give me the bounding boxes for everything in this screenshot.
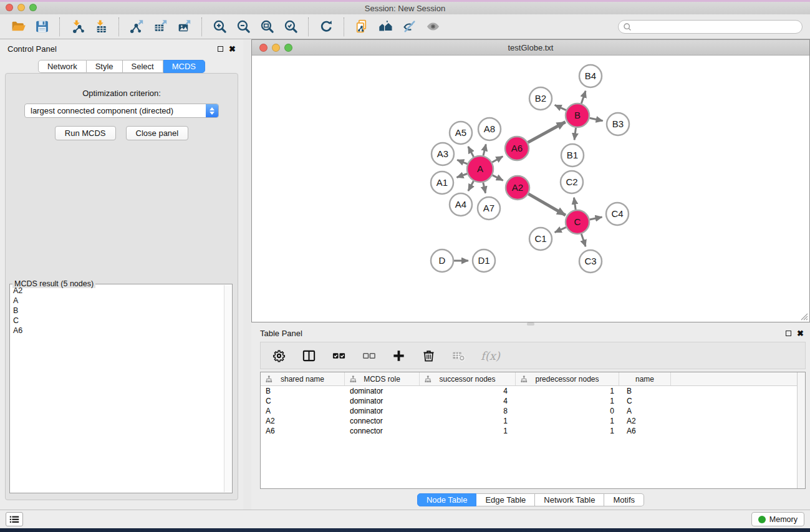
result-list-item[interactable]: A [11,296,223,306]
search-box[interactable] [618,20,803,34]
graph-edge-C-C2[interactable] [574,198,576,210]
open-session-button[interactable] [6,17,30,37]
resize-grip-icon[interactable] [801,313,808,321]
graph-node-A2[interactable]: A2 [506,176,529,200]
graph-node-C[interactable]: C [566,210,589,234]
graph-node-B2[interactable]: B2 [529,87,552,110]
float-panel-icon[interactable] [218,46,223,52]
graph-node-C3[interactable]: C3 [579,250,602,273]
graph-edge-B-B2[interactable] [555,105,566,110]
tab-network[interactable]: Network [38,60,87,73]
panel-split-divider[interactable] [243,39,251,510]
task-history-button[interactable] [6,512,23,526]
deselect-all-columns-button[interactable] [361,348,376,363]
column-header-shared-name[interactable]: shared name [261,372,345,385]
show-graphics-details-button[interactable] [421,17,445,37]
graph-node-A8[interactable]: A8 [478,118,501,140]
export-table-button[interactable] [148,17,172,37]
graph-edge-A-A3[interactable] [457,160,467,164]
zoom-selected-button[interactable] [279,17,302,37]
graph-node-B3[interactable]: B3 [607,113,629,135]
run-mcds-button[interactable]: Run MCDS [55,126,116,140]
graph-edge-C-C1[interactable] [555,227,566,232]
graph-node-A5[interactable]: A5 [450,122,472,144]
graph-node-A7[interactable]: A7 [478,197,500,220]
zoom-in-button[interactable] [208,17,231,37]
maximize-window-button[interactable] [29,4,37,11]
search-input[interactable] [634,22,798,32]
clone-network-button[interactable] [350,17,374,37]
graph-node-B4[interactable]: B4 [579,65,602,87]
table-float-panel-icon[interactable] [786,331,791,336]
function-builder-button[interactable]: f(x) [481,349,500,362]
network-minimize-button[interactable] [272,44,280,52]
network-canvas[interactable]: AA6A2BCA1A3A4A5A7A8B1B2B3B4C1C2C3C4DD1 [252,56,809,322]
graph-node-D[interactable]: D [431,249,453,272]
import-network-button[interactable] [65,17,89,37]
close-panel-icon[interactable]: ✖ [229,45,236,53]
table-row[interactable]: A6connector11A6 [261,426,805,436]
tab-select[interactable]: Select [123,60,163,73]
zoom-fit-button[interactable] [255,17,279,37]
graph-edge-A-A2[interactable] [493,175,503,181]
table-row[interactable]: Adominator80A [261,406,805,416]
table-tab-motifs[interactable]: Motifs [604,493,644,506]
result-list-item[interactable]: C [11,316,223,326]
graph-node-A[interactable]: A [467,156,493,182]
graph-edge-A-A5[interactable] [468,147,474,157]
graph-edge-A-A8[interactable] [483,144,486,155]
table-row[interactable]: Cdominator41C [261,396,805,406]
column-header-name[interactable]: name [619,372,671,385]
graph-edge-A2-C[interactable] [528,194,566,215]
result-list-item[interactable]: A6 [11,326,223,336]
delete-table-button[interactable] [451,348,466,363]
graph-edge-A-A6[interactable] [492,157,503,163]
table-tab-node-table[interactable]: Node Table [417,493,477,506]
graph-edge-B-B1[interactable] [574,128,576,140]
network-maximize-button[interactable] [284,44,292,52]
graph-edge-C-C3[interactable] [581,234,586,246]
close-window-button[interactable] [6,4,13,11]
table-scrollbar[interactable] [797,372,805,488]
graph-edge-A-A1[interactable] [457,174,468,178]
table-row[interactable]: A2connector11A2 [261,416,805,426]
graph-edge-A6-B[interactable] [528,122,566,143]
graph-node-B[interactable]: B [566,104,589,127]
delete-column-button[interactable] [421,348,436,363]
graph-node-B1[interactable]: B1 [561,144,584,167]
graph-edge-B-B4[interactable] [581,91,586,104]
graph-node-A6[interactable]: A6 [505,137,529,160]
select-all-columns-button[interactable] [331,348,346,363]
memory-button[interactable]: Memory [751,512,804,526]
column-header-MCDS-role[interactable]: MCDS role [345,372,420,385]
home-button[interactable] [374,17,397,37]
graph-node-D1[interactable]: D1 [473,249,495,272]
gear-button[interactable] [271,348,286,363]
result-list-item[interactable]: B [11,306,223,316]
minimize-window-button[interactable] [17,4,25,11]
network-graph[interactable]: AA6A2BCA1A3A4A5A7A8B1B2B3B4C1C2C3C4DD1 [252,56,809,321]
tab-mcds[interactable]: MCDS [163,60,205,73]
graph-edge-C-C4[interactable] [590,217,602,220]
graph-node-C2[interactable]: C2 [561,171,583,193]
tab-style[interactable]: Style [87,60,123,73]
table-tab-network-table[interactable]: Network Table [535,493,604,506]
result-list-item[interactable]: A2 [11,286,223,296]
graph-edge-A-A4[interactable] [468,181,474,191]
split-divider-handle[interactable] [527,322,534,326]
save-session-button[interactable] [30,17,54,37]
criterion-select[interactable]: largest connected component (directed) [24,104,219,118]
split-columns-button[interactable] [301,348,316,363]
zoom-out-button[interactable] [231,17,255,37]
column-header-predecessor-nodes[interactable]: predecessor nodes [516,372,619,385]
add-column-button[interactable] [391,348,406,363]
graph-node-A1[interactable]: A1 [431,172,453,194]
hide-graphics-details-button[interactable] [397,17,421,37]
table-row[interactable]: Bdominator41B [261,386,805,396]
result-list-scrollbar[interactable] [224,285,231,492]
graph-edge-B-B3[interactable] [590,118,603,121]
apply-layout-refresh-button[interactable] [314,17,338,37]
import-table-button[interactable] [89,17,113,37]
table-tab-edge-table[interactable]: Edge Table [476,493,535,506]
export-image-button[interactable] [172,17,196,37]
